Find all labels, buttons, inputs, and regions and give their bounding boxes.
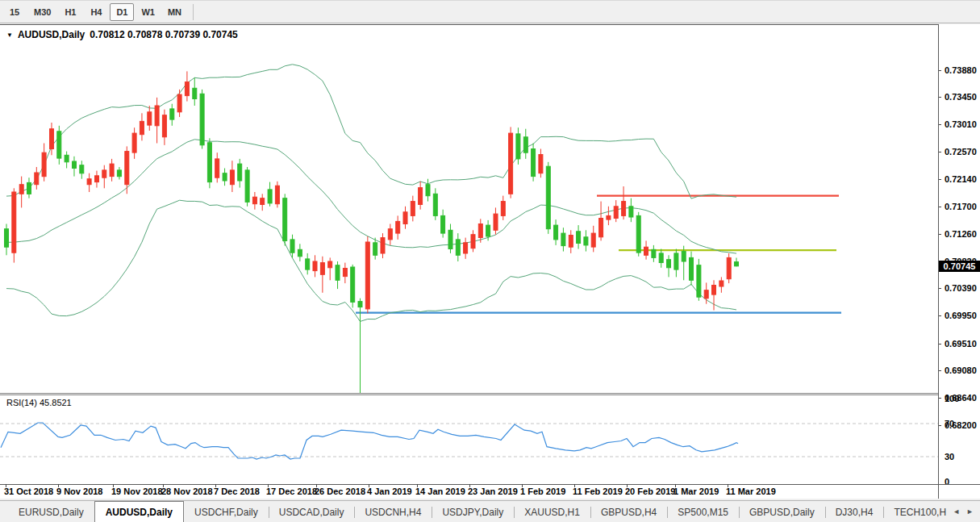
candle-body <box>456 240 460 255</box>
candle-body <box>140 121 144 134</box>
chart-ohlc-values: 0.70812 0.70878 0.70739 0.70745 <box>90 29 238 40</box>
symbol-tab-gbpusd[interactable]: GBPUSD,H4 <box>590 503 667 522</box>
candle-body <box>110 164 114 177</box>
candle-body <box>727 257 731 278</box>
candle-body <box>162 115 166 137</box>
candle-body <box>494 214 498 230</box>
date-axis-label: 23 Jan 2019 <box>468 487 518 496</box>
date-axis-label: 11 Mar 2019 <box>726 487 776 496</box>
candle-body <box>252 197 256 204</box>
candle-body <box>215 159 219 177</box>
symbol-tab-usdcnh[interactable]: USDCNH,H4 <box>354 503 432 522</box>
candle-body <box>523 137 528 152</box>
rsi-axis-label: 30 <box>945 452 954 461</box>
symbol-tab-bar: EURUSD,DailyAUDUSD,DailyUSDCHF,DailyUSDC… <box>0 500 980 522</box>
candle-body <box>652 249 656 257</box>
candle-body <box>636 215 640 253</box>
candle-body <box>546 166 550 229</box>
candle-body <box>19 185 23 194</box>
tab-scroll-left-icon[interactable]: ◄ <box>953 507 960 516</box>
date-axis-label: 19 Nov 2018 <box>111 487 163 496</box>
symbol-tab-usdjpy[interactable]: USDJPY,Daily <box>432 503 514 522</box>
timeframe-button-h1[interactable]: H1 <box>58 3 82 21</box>
candle-body <box>426 185 430 196</box>
candle-body <box>577 232 581 244</box>
candle-body <box>584 237 588 245</box>
symbol-tab-tech100[interactable]: TECH100,H1 <box>883 503 946 522</box>
candle-body <box>464 243 468 253</box>
timeframe-button-d1[interactable]: D1 <box>110 3 134 21</box>
bollinger-lower-band <box>6 200 736 321</box>
candle-body <box>554 225 558 240</box>
timeframe-button-h4[interactable]: H4 <box>84 3 108 21</box>
symbol-tab-usdchf[interactable]: USDCHF,Daily <box>184 503 269 522</box>
candle-body <box>343 269 347 277</box>
timeframe-button-w1[interactable]: W1 <box>136 3 161 21</box>
candle-body <box>261 198 265 205</box>
candle-body <box>569 236 573 248</box>
candle-body <box>388 229 392 240</box>
price-axis-label: 0.69080 <box>945 365 977 375</box>
date-axis-label: 31 Oct 2018 <box>4 487 53 496</box>
tab-scroll-right-icon[interactable]: ► <box>966 507 974 516</box>
price-axis[interactable]: 0.738800.734500.730100.725700.721400.717… <box>938 24 980 484</box>
date-axis[interactable]: 31 Oct 20189 Nov 201819 Nov 201828 Nov 2… <box>0 485 938 499</box>
symbol-tab-dj30[interactable]: DJ30,H4 <box>825 503 884 522</box>
toolbar-separator <box>193 4 194 20</box>
candle-body <box>275 186 279 204</box>
candle-body <box>42 152 46 177</box>
candle-body <box>419 188 423 205</box>
symbol-tab-gbpusd[interactable]: GBPUSD,Daily <box>739 503 825 522</box>
candle-body <box>245 170 249 203</box>
date-axis-label: 20 Feb 2019 <box>625 487 675 496</box>
candle-body <box>373 243 377 256</box>
timeframe-button-15[interactable]: 15 <box>2 3 27 21</box>
candle-body <box>561 233 565 246</box>
candle-body <box>509 133 513 194</box>
date-axis-label: 28 Nov 2018 <box>161 487 213 496</box>
candle-body <box>102 170 106 177</box>
symbol-tab-sp500[interactable]: SP500,M15 <box>667 503 739 522</box>
symbol-tab-eurusd[interactable]: EURUSD,Daily <box>8 503 94 522</box>
date-axis-label: 14 Jan 2019 <box>415 487 465 496</box>
candle-body <box>403 212 407 224</box>
price-axis-label: 0.73010 <box>945 119 977 129</box>
candle-body <box>200 94 204 145</box>
symbol-tab-xauusd[interactable]: XAUUSD,H1 <box>514 503 590 522</box>
candle-body <box>320 263 324 275</box>
symbol-tabs: EURUSD,DailyAUDUSD,DailyUSDCHF,DailyUSDC… <box>0 501 946 522</box>
rsi-indicator-pane[interactable]: RSI(14) 45.8521 <box>0 395 938 484</box>
candle-body <box>155 106 159 126</box>
candle-body <box>65 155 69 162</box>
price-axis-label: 0.69510 <box>945 339 977 349</box>
candle-body <box>433 194 437 215</box>
date-axis-label: 17 Dec 2018 <box>266 487 317 496</box>
candle-body <box>712 286 716 295</box>
candle-body <box>148 112 152 125</box>
tab-scroll-arrows: ◄ ► <box>946 501 980 522</box>
candle-body <box>735 262 739 266</box>
price-axis-label: 0.73450 <box>945 92 977 102</box>
rsi-line <box>1 423 738 459</box>
candlestick-chart[interactable] <box>0 25 938 393</box>
rsi-chart[interactable] <box>0 395 938 484</box>
symbol-tab-usdcad[interactable]: USDCAD,Daily <box>269 503 355 522</box>
candle-body <box>207 143 211 182</box>
candle-body <box>441 215 445 233</box>
collapse-indicator-icon[interactable]: ▼ <box>6 31 13 39</box>
candle-body <box>57 132 61 158</box>
price-chart-pane[interactable]: ▼ AUDUSD,Daily 0.70812 0.70878 0.70739 0… <box>0 25 938 393</box>
bollinger-upper-band <box>6 65 736 198</box>
candle-body <box>185 82 189 96</box>
candle-body <box>117 170 121 177</box>
timeframe-button-m30[interactable]: M30 <box>28 3 56 21</box>
candle-body <box>177 94 181 112</box>
symbol-tab-audusd[interactable]: AUDUSD,Daily <box>94 501 184 522</box>
candle-body <box>599 219 603 237</box>
price-axis-label: 0.72570 <box>945 147 977 157</box>
candle-body <box>622 202 626 216</box>
chart-title: ▼ AUDUSD,Daily 0.70812 0.70878 0.70739 0… <box>6 29 238 40</box>
timeframe-button-mn[interactable]: MN <box>162 3 187 21</box>
date-axis-label: 1 Feb 2019 <box>520 487 565 496</box>
candle-body <box>125 152 129 185</box>
